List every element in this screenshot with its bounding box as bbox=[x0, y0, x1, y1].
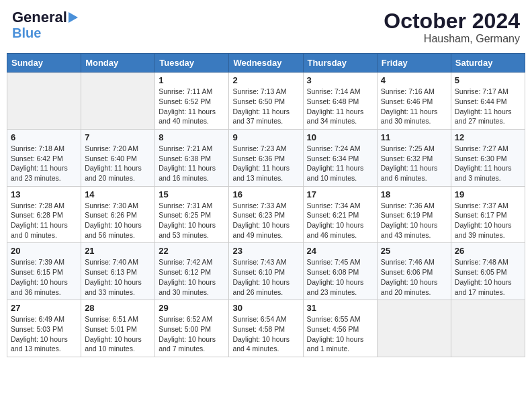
day-number: 12 bbox=[455, 132, 521, 142]
calendar-cell: 28Sunrise: 6:51 AMSunset: 5:01 PMDayligh… bbox=[81, 300, 155, 357]
day-info: Sunrise: 6:52 AMSunset: 5:00 PMDaylight:… bbox=[159, 314, 225, 354]
day-info: Sunrise: 7:34 AMSunset: 6:21 PMDaylight:… bbox=[307, 201, 373, 240]
day-info: Sunrise: 7:28 AMSunset: 6:28 PMDaylight:… bbox=[11, 201, 77, 240]
logo-text: General bbox=[12, 9, 67, 26]
calendar-cell: 12Sunrise: 7:27 AMSunset: 6:30 PMDayligh… bbox=[451, 129, 525, 186]
day-info: Sunrise: 7:42 AMSunset: 6:12 PMDaylight:… bbox=[159, 257, 225, 297]
calendar-cell: 4Sunrise: 7:16 AMSunset: 6:46 PMDaylight… bbox=[377, 73, 451, 130]
day-info: Sunrise: 6:55 AMSunset: 4:56 PMDaylight:… bbox=[307, 314, 373, 354]
day-info: Sunrise: 7:18 AMSunset: 6:42 PMDaylight:… bbox=[11, 144, 77, 183]
weekday-header-thursday: Thursday bbox=[303, 54, 377, 73]
day-info: Sunrise: 7:33 AMSunset: 6:23 PMDaylight:… bbox=[232, 201, 299, 240]
day-info: Sunrise: 7:25 AMSunset: 6:32 PMDaylight:… bbox=[381, 144, 447, 183]
day-number: 17 bbox=[307, 189, 373, 199]
day-number: 1 bbox=[159, 75, 225, 85]
day-info: Sunrise: 7:16 AMSunset: 6:46 PMDaylight:… bbox=[381, 87, 447, 126]
month-year-title: October 2024 bbox=[384, 9, 520, 33]
calendar-cell: 8Sunrise: 7:21 AMSunset: 6:38 PMDaylight… bbox=[155, 129, 229, 186]
day-number: 25 bbox=[381, 246, 447, 256]
day-info: Sunrise: 7:48 AMSunset: 6:05 PMDaylight:… bbox=[455, 257, 521, 297]
calendar-cell: 23Sunrise: 7:43 AMSunset: 6:10 PMDayligh… bbox=[229, 243, 303, 300]
calendar-cell: 20Sunrise: 7:39 AMSunset: 6:15 PMDayligh… bbox=[7, 243, 81, 300]
calendar-week-row: 20Sunrise: 7:39 AMSunset: 6:15 PMDayligh… bbox=[7, 243, 525, 300]
day-number: 11 bbox=[381, 132, 447, 142]
calendar-cell: 11Sunrise: 7:25 AMSunset: 6:32 PMDayligh… bbox=[377, 129, 451, 186]
day-info: Sunrise: 7:27 AMSunset: 6:30 PMDaylight:… bbox=[455, 144, 521, 183]
day-info: Sunrise: 7:20 AMSunset: 6:40 PMDaylight:… bbox=[85, 144, 151, 183]
day-number: 21 bbox=[85, 246, 151, 256]
calendar-cell: 27Sunrise: 6:49 AMSunset: 5:03 PMDayligh… bbox=[7, 300, 81, 357]
day-info: Sunrise: 7:43 AMSunset: 6:10 PMDaylight:… bbox=[232, 257, 299, 297]
day-number: 6 bbox=[11, 132, 77, 142]
calendar-cell: 26Sunrise: 7:48 AMSunset: 6:05 PMDayligh… bbox=[451, 243, 525, 300]
weekday-header-tuesday: Tuesday bbox=[155, 54, 229, 73]
day-info: Sunrise: 7:39 AMSunset: 6:15 PMDaylight:… bbox=[11, 257, 77, 297]
calendar-cell: 22Sunrise: 7:42 AMSunset: 6:12 PMDayligh… bbox=[155, 243, 229, 300]
calendar-cell: 9Sunrise: 7:23 AMSunset: 6:36 PMDaylight… bbox=[229, 129, 303, 186]
calendar-week-row: 27Sunrise: 6:49 AMSunset: 5:03 PMDayligh… bbox=[7, 300, 525, 357]
calendar-cell bbox=[7, 73, 81, 130]
calendar-cell bbox=[377, 300, 451, 357]
calendar-cell: 3Sunrise: 7:14 AMSunset: 6:48 PMDaylight… bbox=[303, 73, 377, 130]
day-number: 7 bbox=[85, 132, 151, 142]
calendar-cell: 1Sunrise: 7:11 AMSunset: 6:52 PMDaylight… bbox=[155, 73, 229, 130]
day-number: 31 bbox=[307, 303, 373, 313]
day-info: Sunrise: 6:51 AMSunset: 5:01 PMDaylight:… bbox=[85, 314, 151, 354]
calendar-cell: 5Sunrise: 7:17 AMSunset: 6:44 PMDaylight… bbox=[451, 73, 525, 130]
day-number: 3 bbox=[307, 75, 373, 85]
day-info: Sunrise: 7:23 AMSunset: 6:36 PMDaylight:… bbox=[232, 144, 299, 183]
day-number: 9 bbox=[232, 132, 299, 142]
day-number: 16 bbox=[232, 189, 299, 199]
calendar-cell: 18Sunrise: 7:36 AMSunset: 6:19 PMDayligh… bbox=[377, 186, 451, 243]
calendar-cell: 31Sunrise: 6:55 AMSunset: 4:56 PMDayligh… bbox=[303, 300, 377, 357]
day-info: Sunrise: 6:54 AMSunset: 4:58 PMDaylight:… bbox=[232, 314, 299, 354]
logo-blue-text: Blue bbox=[12, 26, 41, 40]
weekday-header-saturday: Saturday bbox=[451, 54, 525, 73]
calendar-week-row: 6Sunrise: 7:18 AMSunset: 6:42 PMDaylight… bbox=[7, 129, 525, 186]
day-number: 30 bbox=[232, 303, 299, 313]
calendar-cell: 2Sunrise: 7:13 AMSunset: 6:50 PMDaylight… bbox=[229, 73, 303, 130]
calendar-cell: 29Sunrise: 6:52 AMSunset: 5:00 PMDayligh… bbox=[155, 300, 229, 357]
weekday-header-wednesday: Wednesday bbox=[229, 54, 303, 73]
day-number: 20 bbox=[11, 246, 77, 256]
calendar-cell: 24Sunrise: 7:45 AMSunset: 6:08 PMDayligh… bbox=[303, 243, 377, 300]
day-number: 8 bbox=[159, 132, 225, 142]
calendar-cell: 16Sunrise: 7:33 AMSunset: 6:23 PMDayligh… bbox=[229, 186, 303, 243]
weekday-header-sunday: Sunday bbox=[7, 54, 81, 73]
day-info: Sunrise: 7:46 AMSunset: 6:06 PMDaylight:… bbox=[381, 257, 447, 297]
calendar-table: SundayMondayTuesdayWednesdayThursdayFrid… bbox=[7, 53, 525, 357]
logo-arrow-icon bbox=[69, 12, 78, 23]
day-number: 19 bbox=[455, 189, 521, 199]
day-info: Sunrise: 6:49 AMSunset: 5:03 PMDaylight:… bbox=[11, 314, 77, 354]
calendar-cell: 21Sunrise: 7:40 AMSunset: 6:13 PMDayligh… bbox=[81, 243, 155, 300]
day-number: 22 bbox=[159, 246, 225, 256]
calendar-cell: 17Sunrise: 7:34 AMSunset: 6:21 PMDayligh… bbox=[303, 186, 377, 243]
day-info: Sunrise: 7:31 AMSunset: 6:25 PMDaylight:… bbox=[159, 201, 225, 240]
day-info: Sunrise: 7:37 AMSunset: 6:17 PMDaylight:… bbox=[455, 201, 521, 240]
calendar-cell bbox=[81, 73, 155, 130]
calendar-cell: 15Sunrise: 7:31 AMSunset: 6:25 PMDayligh… bbox=[155, 186, 229, 243]
day-number: 23 bbox=[232, 246, 299, 256]
day-info: Sunrise: 7:14 AMSunset: 6:48 PMDaylight:… bbox=[307, 87, 373, 126]
calendar-cell: 7Sunrise: 7:20 AMSunset: 6:40 PMDaylight… bbox=[81, 129, 155, 186]
calendar-cell: 19Sunrise: 7:37 AMSunset: 6:17 PMDayligh… bbox=[451, 186, 525, 243]
day-number: 28 bbox=[85, 303, 151, 313]
calendar-cell bbox=[451, 300, 525, 357]
calendar-cell: 30Sunrise: 6:54 AMSunset: 4:58 PMDayligh… bbox=[229, 300, 303, 357]
calendar-cell: 14Sunrise: 7:30 AMSunset: 6:26 PMDayligh… bbox=[81, 186, 155, 243]
day-number: 4 bbox=[381, 75, 447, 85]
day-number: 18 bbox=[381, 189, 447, 199]
calendar-week-row: 13Sunrise: 7:28 AMSunset: 6:28 PMDayligh… bbox=[7, 186, 525, 243]
logo: General Blue bbox=[12, 9, 78, 40]
day-number: 14 bbox=[85, 189, 151, 199]
day-info: Sunrise: 7:13 AMSunset: 6:50 PMDaylight:… bbox=[232, 87, 299, 126]
page-header: General Blue October 2024 Hausham, Germa… bbox=[7, 7, 525, 48]
day-number: 5 bbox=[455, 75, 521, 85]
day-info: Sunrise: 7:40 AMSunset: 6:13 PMDaylight:… bbox=[85, 257, 151, 297]
calendar-cell: 6Sunrise: 7:18 AMSunset: 6:42 PMDaylight… bbox=[7, 129, 81, 186]
day-info: Sunrise: 7:21 AMSunset: 6:38 PMDaylight:… bbox=[159, 144, 225, 183]
day-info: Sunrise: 7:30 AMSunset: 6:26 PMDaylight:… bbox=[85, 201, 151, 240]
day-number: 15 bbox=[159, 189, 225, 199]
day-info: Sunrise: 7:36 AMSunset: 6:19 PMDaylight:… bbox=[381, 201, 447, 240]
day-number: 2 bbox=[232, 75, 299, 85]
